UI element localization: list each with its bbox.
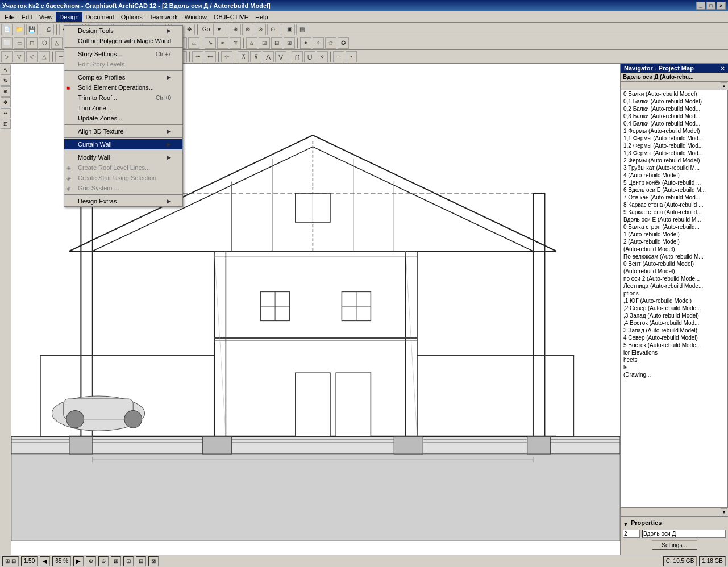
tb3-21[interactable]: ⋁	[275, 51, 286, 62]
menu-view[interactable]: View	[36, 12, 56, 22]
navigator-content[interactable]: 0 Балки (Auto-rebuild Model) 0,1 Балки (…	[621, 90, 728, 508]
nav-item-2[interactable]: 0,2 Балки (Auto-rebuild Mod...	[621, 105, 727, 112]
nav-item-3[interactable]: 0,3 Балки (Auto-rebuild Mod...	[621, 112, 727, 120]
nav-scroll-up[interactable]: ▲	[721, 82, 727, 89]
status-nav-forward[interactable]: ▶	[73, 556, 84, 566]
nav-item-20[interactable]: 2 (Auto-rebuild Model)	[621, 238, 727, 245]
dm-story-settings[interactable]: Story Settings... Ctrl+7	[64, 49, 182, 59]
menu-teamwork[interactable]: Teamwork	[146, 12, 181, 22]
navigator-close-button[interactable]: ×	[721, 65, 725, 72]
minimize-button[interactable]: _	[696, 2, 705, 10]
tb3-17[interactable]: ⊹	[221, 51, 232, 62]
tb3-24[interactable]: ⋄	[317, 51, 328, 62]
menu-options[interactable]: Options	[118, 12, 146, 22]
tb-print[interactable]: 🖨	[43, 24, 54, 35]
menu-edit[interactable]: Edit	[18, 12, 36, 22]
nav-item-16[interactable]: 9 Каркас стена (Auto-rebuild...	[621, 209, 727, 216]
tb2-4[interactable]: ⬡	[39, 37, 50, 49]
status-nav-back[interactable]: ◀	[40, 556, 50, 566]
menu-help[interactable]: Help	[252, 12, 272, 22]
nav-item-33[interactable]: 4 Север (Auto-rebuild Model)	[621, 334, 727, 341]
lt-marquee[interactable]: ⊡	[1, 119, 11, 129]
tb3-25[interactable]: ⋅	[333, 51, 344, 62]
tb-move[interactable]: ✥	[184, 24, 195, 35]
tb-extra3[interactable]: ⊘	[255, 24, 266, 35]
status-extra2[interactable]: ⊟	[136, 556, 146, 566]
tb2-19[interactable]: ⌂	[246, 37, 257, 49]
tb3-3[interactable]: ◁	[26, 51, 38, 62]
tb3-20[interactable]: ⋀	[263, 51, 274, 62]
nav-item-35[interactable]: ior Elevations	[621, 349, 727, 356]
tb-new[interactable]: 📄	[1, 24, 13, 35]
status-extra3[interactable]: ⊠	[148, 556, 159, 566]
tb2-16[interactable]: ∿	[205, 37, 216, 49]
nav-item-6[interactable]: 1,1 Фермы (Auto-rebuild Mod...	[621, 135, 727, 142]
nav-item-12[interactable]: 5 Центр конёк (Auto-rebuild ...	[621, 179, 727, 186]
tb-open[interactable]: 📁	[14, 24, 25, 35]
nav-item-5[interactable]: 1 Фермы (Auto-rebuild Model)	[621, 127, 727, 135]
nav-item-26[interactable]: Лестница (Auto-rebuild Mode...	[621, 282, 727, 290]
menu-design[interactable]: Design	[56, 12, 82, 22]
status-zoom-in-btn[interactable]: ⊕	[86, 556, 96, 566]
menu-document[interactable]: Document	[82, 12, 118, 22]
nav-item-23[interactable]: 0 Вент (Auto-rebuild Model)	[621, 260, 727, 268]
lt-rotate[interactable]: ↻	[1, 76, 11, 86]
tb-extra1[interactable]: ⊕	[230, 24, 241, 35]
nav-item-8[interactable]: 1,3 Фермы (Auto-rebuild Mod...	[621, 149, 727, 157]
nav-scroll-down[interactable]: ▼	[721, 508, 727, 515]
dm-trim-to-roof[interactable]: Trim to Roof... Ctrl+0	[64, 93, 182, 103]
tb2-17[interactable]: ≈	[217, 37, 228, 49]
nav-item-9[interactable]: 2 Фермы (Auto-rebuild Model)	[621, 157, 727, 164]
nav-item-27[interactable]: ptions	[621, 290, 727, 297]
tb3-19[interactable]: ⊽	[250, 51, 261, 62]
tb2-18[interactable]: ≋	[230, 37, 241, 49]
dm-complex-profiles[interactable]: Complex Profiles ▶	[64, 72, 182, 82]
nav-item-25[interactable]: по оси 2 (Auto-rebuild Mode...	[621, 275, 727, 282]
nav-item-32[interactable]: 3 Запад (Auto-rebuild Model)	[621, 327, 727, 334]
properties-expand[interactable]: ▼	[623, 521, 629, 527]
tb-extra4[interactable]: ⊙	[267, 24, 278, 35]
nav-item-37[interactable]: ls	[621, 364, 727, 371]
prop-name-input[interactable]	[642, 530, 726, 538]
nav-item-0[interactable]: 0 Балки (Auto-rebuild Model)	[621, 90, 727, 98]
lt-zoom[interactable]: ⊕	[1, 86, 11, 97]
dm-modify-wall[interactable]: Modify Wall ▶	[64, 152, 182, 162]
tb2-3[interactable]: ◻	[26, 37, 38, 49]
tb3-18[interactable]: ⊼	[238, 51, 249, 62]
nav-item-18[interactable]: 0 Балка строн (Auto-rebuild...	[621, 223, 727, 231]
tb3-15[interactable]: ⊸	[192, 51, 203, 62]
nav-item-15[interactable]: 8 Каркас стена (Auto-rebuild ...	[621, 201, 727, 209]
tb2-22[interactable]: ⊞	[284, 37, 295, 49]
tb-save[interactable]: 💾	[26, 24, 38, 35]
nav-item-10[interactable]: 3 Трубы кат (Auto-rebuild M...	[621, 164, 727, 172]
dm-solid-element-ops[interactable]: ■ Solid Element Operations...	[64, 82, 182, 93]
tb-extra2[interactable]: ⊗	[242, 24, 253, 35]
dm-update-zones[interactable]: Update Zones...	[64, 113, 182, 123]
menu-file[interactable]: File	[1, 12, 18, 22]
tb-go-dropdown[interactable]: ▼	[213, 24, 224, 35]
tb-extra6[interactable]: ▤	[296, 24, 307, 35]
tb3-22[interactable]: ⋂	[292, 51, 303, 62]
nav-item-31[interactable]: ,4 Восток (Auto-rebuild Mod...	[621, 319, 727, 327]
lt-arrow[interactable]: ↖	[1, 65, 11, 75]
close-button[interactable]: ×	[717, 2, 726, 10]
nav-item-14[interactable]: 7 Отв кан (Auto-rebuild Mod...	[621, 194, 727, 201]
nav-item-1[interactable]: 0,1 Балки (Auto-rebuild Model)	[621, 98, 727, 105]
status-extra1[interactable]: ⊡	[123, 556, 134, 566]
nav-item-38[interactable]: (Drawing...	[621, 371, 727, 378]
status-zoom-out-btn[interactable]: ⊖	[98, 556, 109, 566]
tb2-2[interactable]: ▭	[14, 37, 25, 49]
nav-item-34[interactable]: 5 Восток (Auto-rebuild Mode...	[621, 341, 727, 349]
nav-item-19[interactable]: 1 (Auto-rebuild Model)	[621, 231, 727, 238]
status-fit-btn[interactable]: ⊞	[111, 556, 121, 566]
tb3-26[interactable]: ⋆	[346, 51, 357, 62]
status-views[interactable]: ⊞ ⊟	[2, 556, 19, 566]
dm-align-3d-texture[interactable]: Align 3D Texture ▶	[64, 126, 182, 136]
dm-curtain-wall[interactable]: Curtain Wall ▶	[64, 139, 182, 149]
tb2-26[interactable]: ✪	[338, 37, 349, 49]
tb3-23[interactable]: ⋃	[304, 51, 315, 62]
tb2-1[interactable]: ⬜	[1, 37, 13, 49]
nav-item-36[interactable]: heets	[621, 356, 727, 364]
tb-extra5[interactable]: ▣	[284, 24, 295, 35]
nav-item-13[interactable]: 6 Вдоль оси Е (Auto-rebuild M...	[621, 186, 727, 194]
